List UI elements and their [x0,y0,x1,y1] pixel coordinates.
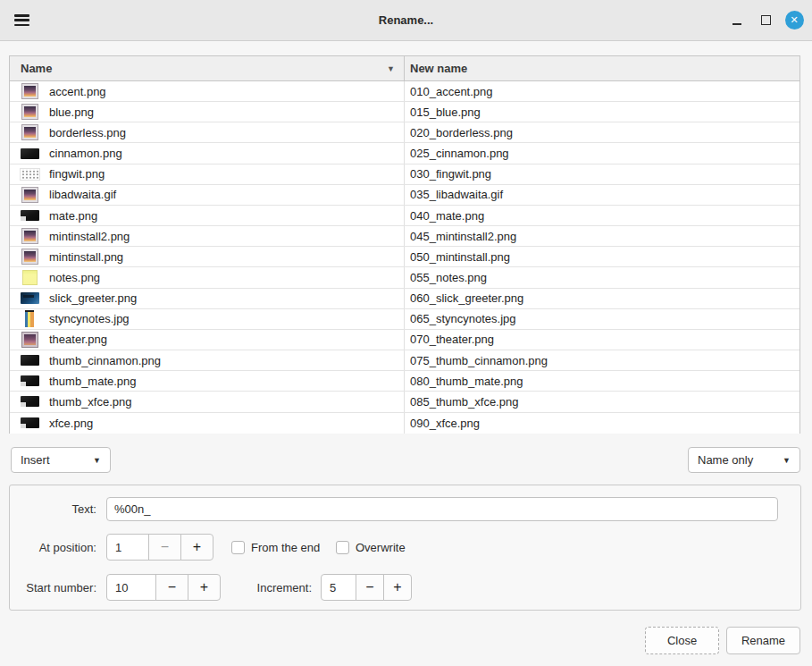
thumbnail-slot [17,270,42,285]
table-row[interactable]: accent.png010_accent.png [10,81,799,102]
file-thumbnail-icon [20,168,40,181]
increment-input[interactable] [321,574,356,601]
thumbnail-slot [17,188,42,202]
table-body: accent.png010_accent.pngblue.png015_blue… [10,81,799,434]
file-name-cell: xfce.png [10,413,405,434]
file-name-text: mintinstall.png [49,250,123,264]
file-name-text: thumb_mate.png [49,375,137,388]
file-name-cell: cinnamon.png [10,143,405,163]
start-number-label: Start number: [10,581,96,594]
table-row[interactable]: slick_greeter.png060_slick_greeter.png [10,289,799,309]
file-thumbnail-icon [21,210,39,221]
maximize-icon [761,15,771,25]
table-row[interactable]: blue.png015_blue.png [10,102,799,122]
minus-icon: − [161,539,169,555]
at-position-minus-button[interactable]: − [148,534,181,561]
maximize-button[interactable] [755,10,776,31]
text-row: Text: [10,496,800,521]
start-number-plus-button[interactable]: + [188,574,221,601]
file-name-cell: thumb_mate.png [10,371,405,391]
text-label: Text: [10,502,96,516]
window-controls: ✕ [726,0,805,40]
thumbnail-slot [17,375,42,386]
file-thumbnail-icon [21,148,39,159]
file-name-cell: blue.png [10,102,405,122]
new-name-cell: 065_styncynotes.jpg [405,309,799,329]
increment-minus-button[interactable]: − [356,574,384,601]
rename-button[interactable]: Rename [726,627,800,654]
thumbnail-slot [17,249,42,264]
table-row[interactable]: thumb_cinnamon.png075_thumb_cinnamon.png [10,350,799,371]
table-row[interactable]: mate.png040_mate.png [10,206,799,226]
table-row[interactable]: cinnamon.png025_cinnamon.png [10,143,799,164]
column-header-name[interactable]: Name ▼ [10,56,405,80]
close-button[interactable]: Close [645,627,719,654]
file-thumbnail-icon [21,355,39,366]
at-position-input[interactable] [106,534,149,561]
scope-select[interactable]: Name only ▼ [688,447,800,473]
thumbnail-slot [17,125,42,139]
table-row[interactable]: notes.png055_notes.png [10,267,799,288]
file-name-text: cinnamon.png [49,147,122,160]
increment-label: Increment: [222,581,312,594]
file-thumbnail-icon [21,292,39,304]
overwrite-checkbox[interactable]: Overwrite [336,541,406,554]
column-name-label: Name [21,62,52,75]
from-the-end-label: From the end [251,541,320,554]
new-name-cell: 045_mintinstall2.png [405,226,799,246]
chevron-down-icon: ▼ [783,456,791,465]
table-row[interactable]: theater.png070_theater.png [10,330,799,350]
file-name-text: notes.png [49,271,100,284]
file-name-cell: mintinstall.png [10,247,405,266]
plus-icon: + [200,579,208,595]
table-row[interactable]: fingwit.png030_fingwit.png [10,164,799,185]
at-position-row: At position: − + From the end Overwrite [10,534,800,561]
file-name-cell: thumb_xfce.png [10,392,405,411]
file-name-cell: styncynotes.jpg [10,309,405,329]
file-name-cell: borderless.png [10,122,405,142]
table-row[interactable]: borderless.png020_borderless.png [10,122,799,143]
rename-button-label: Rename [741,634,785,647]
chevron-down-icon: ▼ [93,456,101,465]
start-number-spinner: − + [106,574,221,601]
plus-icon: + [393,579,401,595]
text-input[interactable] [106,497,778,521]
new-name-cell: 055_notes.png [405,267,799,287]
close-window-button[interactable]: ✕ [783,10,805,31]
start-number-input[interactable] [106,574,156,601]
new-name-cell: 050_mintinstall.png [405,247,799,266]
file-thumbnail-icon [22,84,38,98]
file-thumbnail-icon [21,417,39,428]
table-row[interactable]: mintinstall.png050_mintinstall.png [10,247,799,267]
thumbnail-slot [17,333,42,347]
menu-icon[interactable] [14,14,29,26]
new-name-cell: 085_thumb_xfce.png [405,392,799,411]
minimize-button[interactable] [726,10,748,31]
file-name-cell: mate.png [10,206,405,225]
new-name-cell: 060_slick_greeter.png [405,289,799,308]
table-row[interactable]: thumb_mate.png080_thumb_mate.png [10,371,799,392]
table-row[interactable]: styncynotes.jpg065_styncynotes.jpg [10,309,799,330]
file-thumbnail-icon [22,249,38,264]
column-header-new-name[interactable]: New name [405,56,799,80]
insert-options-panel: Text: At position: − + From the end Over… [9,485,801,611]
table-row[interactable]: mintinstall2.png045_mintinstall2.png [10,226,799,247]
thumbnail-slot [17,210,42,221]
rename-dialog-window: Rename... ✕ Name ▼ New name accent.png01… [0,0,812,666]
increment-spinner: − + [321,574,412,601]
table-row[interactable]: thumb_xfce.png085_thumb_xfce.png [10,392,799,412]
rename-preview-table: Name ▼ New name accent.png010_accent.png… [9,55,800,434]
start-number-minus-button[interactable]: − [155,574,188,601]
table-row[interactable]: xfce.png090_xfce.png [10,413,799,434]
at-position-plus-button[interactable]: + [180,534,213,561]
scope-select-value: Name only [698,453,753,467]
increment-plus-button[interactable]: + [383,574,412,601]
checkbox-icon [231,541,245,554]
thumbnail-slot [17,292,42,304]
file-thumbnail-icon [22,125,38,139]
insert-menu-button[interactable]: Insert ▼ [11,447,111,473]
table-row[interactable]: libadwaita.gif035_libadwaita.gif [10,185,799,206]
new-name-cell: 030_fingwit.png [405,164,799,184]
new-name-cell: 070_theater.png [405,330,799,350]
from-the-end-checkbox[interactable]: From the end [231,541,320,554]
